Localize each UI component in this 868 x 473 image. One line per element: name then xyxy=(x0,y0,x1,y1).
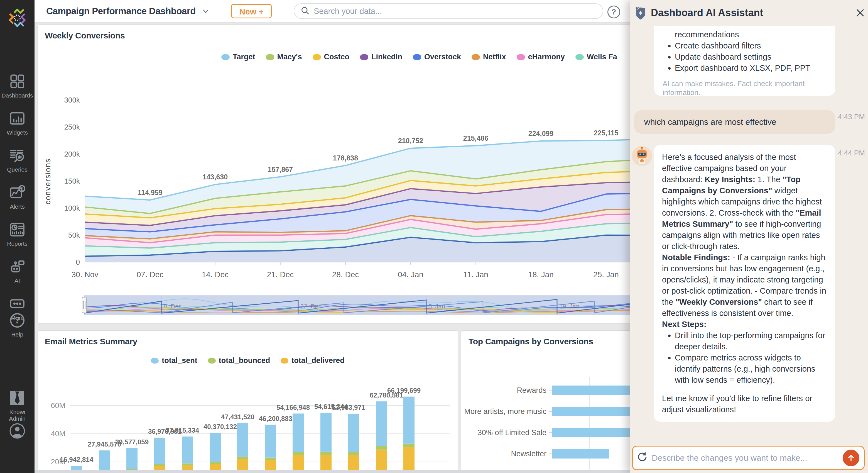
svg-text:250k: 250k xyxy=(64,123,80,131)
alerts-icon xyxy=(9,184,26,202)
navigator-handle[interactable] xyxy=(82,297,87,313)
legend-item-linkedin[interactable]: LinkedIn xyxy=(360,53,402,61)
legend-item-netflix[interactable]: Netflix xyxy=(472,53,506,61)
sidebar-nav: DashboardsWidgetsQueriesAlertsReportsAIM… xyxy=(0,43,34,321)
topbar-help-icon[interactable]: ? xyxy=(608,6,620,19)
legend-marker xyxy=(472,54,480,60)
sidebar-item-dashboards[interactable]: Dashboards xyxy=(0,73,34,99)
dashboards-icon xyxy=(9,73,26,91)
legend-item-target[interactable]: Target xyxy=(221,53,255,61)
legend-item-macy-s[interactable]: Macy's xyxy=(266,53,302,61)
help-icon: ? xyxy=(9,312,26,330)
legend-label: Overstock xyxy=(424,53,461,61)
legend-item-costco[interactable]: Costco xyxy=(313,53,350,61)
search-input[interactable]: Search your data... xyxy=(294,3,603,19)
sidebar-item-queries[interactable]: Queries xyxy=(0,147,34,173)
svg-text:Rewards: Rewards xyxy=(517,386,547,394)
ai-panel-title: Dashboard AI Assistant xyxy=(651,0,763,26)
queries-icon xyxy=(9,147,26,165)
search-placeholder: Search your data... xyxy=(314,7,382,16)
svg-text:18. Jan: 18. Jan xyxy=(528,270,554,279)
svg-text:04. Jan: 04. Jan xyxy=(398,270,424,279)
email-bar: 40,370,132 xyxy=(204,423,237,473)
legend-item-eharmony[interactable]: eHarmony xyxy=(517,53,565,61)
weekly-legend: TargetMacy'sCostcoLinkedInOverstockNetfl… xyxy=(221,53,617,61)
svg-text:21. Dec: 21. Dec xyxy=(267,270,294,279)
svg-text:29,577,059: 29,577,059 xyxy=(115,438,149,446)
new-button[interactable]: New + xyxy=(231,4,272,19)
knowi-logo[interactable] xyxy=(0,0,34,43)
legend-label: Target xyxy=(233,53,255,61)
chevron-down-icon[interactable] xyxy=(202,8,210,16)
email-bar: 36,976,901 xyxy=(148,427,182,473)
svg-text:30% off Limited Sale: 30% off Limited Sale xyxy=(478,428,547,437)
assistant-message: Here’s a focused analysis of the most ef… xyxy=(654,145,835,422)
campaign-bar xyxy=(552,449,609,459)
svg-text:25. Jan: 25. Jan xyxy=(593,270,619,279)
sidebar-item-admin[interactable]: Knowi Admin xyxy=(0,389,34,422)
email-bar: 54,166,948 xyxy=(276,404,310,473)
svg-text:210,752: 210,752 xyxy=(398,137,423,145)
user-avatar[interactable] xyxy=(9,423,25,440)
svg-text:37,815,334: 37,815,334 xyxy=(166,426,199,434)
more-icon xyxy=(9,295,26,313)
legend-item-overstock[interactable]: Overstock xyxy=(413,53,461,61)
dashboard-title[interactable]: Campaign Performance Dashboard xyxy=(46,0,196,22)
svg-text:40M: 40M xyxy=(51,430,65,438)
svg-text:46,200,883: 46,200,883 xyxy=(259,415,292,422)
refresh-icon[interactable] xyxy=(637,452,647,464)
legend-marker xyxy=(313,54,321,60)
svg-text:178,838: 178,838 xyxy=(333,154,358,162)
ai-chat-input[interactable]: Describe the changes you want to make... xyxy=(632,446,865,470)
email-metrics-chart: 60M40M20M16,942,81427,945,57029,577,0593… xyxy=(38,331,458,473)
message-timestamp: 4:43 PM xyxy=(838,113,865,121)
send-button[interactable] xyxy=(843,450,859,466)
svg-text:100k: 100k xyxy=(64,204,80,212)
svg-text:11. Jan: 11. Jan xyxy=(463,270,488,279)
svg-text:?: ? xyxy=(14,315,20,325)
campaign-bar xyxy=(552,407,637,416)
chart-navigator[interactable]: 8. Dec22. Dec5. Jan19. Jan xyxy=(82,296,637,315)
svg-text:157,867: 157,867 xyxy=(268,166,293,173)
assistant-avatar xyxy=(632,146,652,166)
sidebar-admin-label: Knowi Admin xyxy=(2,409,33,422)
sidebar-help-label: Help xyxy=(11,331,23,338)
ai-input-placeholder: Describe the changes you want to make... xyxy=(652,453,843,463)
svg-text:07. Dec: 07. Dec xyxy=(137,270,164,279)
app-root: { "topbar": { "dashboard_title": "Campai… xyxy=(0,0,868,473)
legend-marker xyxy=(413,54,421,60)
email-bar: 47,431,520 xyxy=(221,413,254,473)
weekly-conversions-chart: 050k100k150k200k250k300k114,959143,63015… xyxy=(38,25,637,323)
svg-text:More artists, more music: More artists, more music xyxy=(464,407,547,416)
widget-email-metrics-summary: Email Metrics Summary total_senttotal_bo… xyxy=(37,330,458,473)
close-icon[interactable] xyxy=(855,7,866,19)
svg-text:114,959: 114,959 xyxy=(138,188,162,197)
svg-text:14. Dec: 14. Dec xyxy=(202,270,229,279)
sidebar-item-reports[interactable]: Reports xyxy=(0,221,34,247)
svg-text:54,166,948: 54,166,948 xyxy=(276,404,310,411)
user-message: which campaigns are most effective xyxy=(634,110,835,134)
sidebar-item-widgets[interactable]: Widgets xyxy=(0,110,34,136)
email-bar: 66,199,699 xyxy=(387,387,421,473)
legend-item-wells-fa[interactable]: Wells Fa xyxy=(576,53,617,61)
widget-weekly-conversions: Weekly Conversions TargetMacy'sCostcoLin… xyxy=(37,25,638,324)
sidebar-item-help[interactable]: ? Help xyxy=(0,312,34,338)
sidebar-item-ai[interactable]: AI xyxy=(0,258,34,284)
svg-text:53,983,971: 53,983,971 xyxy=(332,404,365,411)
legend-label: Macy's xyxy=(277,53,302,61)
email-bar: 46,200,883 xyxy=(259,415,292,473)
email-bar: 62,780,581 xyxy=(370,391,403,473)
campaign-bar xyxy=(552,386,637,395)
svg-text:0: 0 xyxy=(76,258,80,266)
window-bottom-strip xyxy=(34,470,630,473)
sidebar-item-alerts[interactable]: Alerts xyxy=(0,184,34,210)
email-bar: 37,815,334 xyxy=(166,426,199,473)
svg-text:60M: 60M xyxy=(51,402,65,410)
email-bar: 53,983,971 xyxy=(332,404,365,473)
widget-top-campaigns: Top Campaigns by Conversions RewardsMore… xyxy=(461,330,638,473)
legend-marker xyxy=(221,54,230,60)
top-campaigns-chart: RewardsMore artists, more music30% off L… xyxy=(461,331,637,473)
svg-text:30. Nov: 30. Nov xyxy=(71,270,98,279)
sidebar-item-label: Reports xyxy=(7,240,28,247)
sidebar-item-label: Dashboards xyxy=(1,92,33,99)
